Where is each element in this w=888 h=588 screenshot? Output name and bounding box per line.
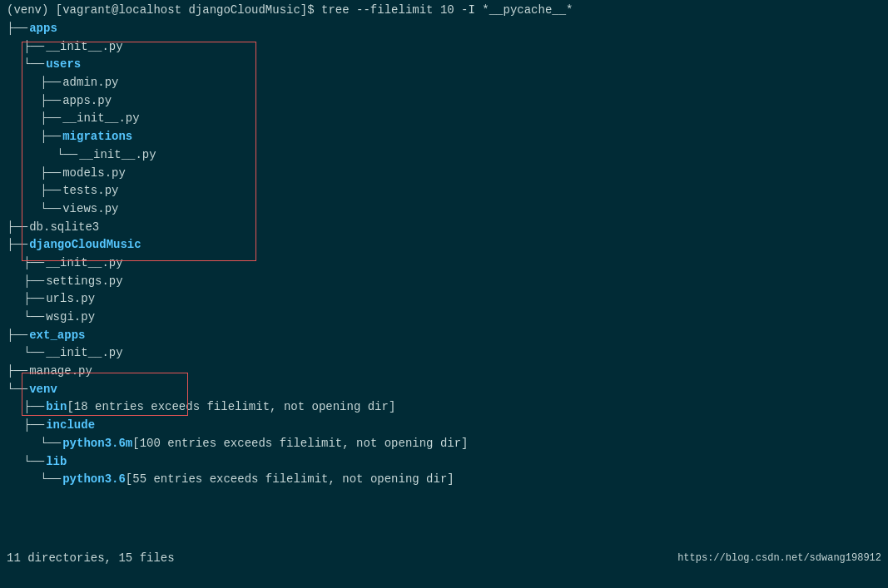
- file-init5: __init__.py: [46, 344, 122, 363]
- tree-connector: └──: [40, 435, 61, 453]
- tree-connector: └──: [40, 471, 61, 489]
- tree-row: ├── include: [7, 417, 881, 435]
- terminal: (venv) [vagrant@localhost djangoCloudMus…: [0, 0, 888, 588]
- file-urls: urls.py: [46, 290, 95, 309]
- dir-extapps: ext_apps: [29, 327, 85, 345]
- dir-python36m: python3.6m: [62, 435, 132, 453]
- footer-stats: 11 directories, 15 files: [7, 551, 175, 565]
- prompt-line: (venv) [vagrant@localhost djangoCloudMus…: [0, 0, 888, 18]
- tree-connector: ├──: [7, 327, 27, 345]
- tree-row: └── wsgi.py: [7, 309, 881, 327]
- file-wsgi: wsgi.py: [46, 309, 95, 327]
- tree-row: ├── apps: [7, 20, 881, 38]
- highlight-apps-box: [22, 42, 256, 261]
- tree-row: └── lib: [7, 453, 881, 472]
- tree-connector: └──: [23, 344, 44, 363]
- tree-connector: ├──: [23, 417, 44, 435]
- prompt-text: (venv) [vagrant@localhost djangoCloudMus…: [7, 3, 321, 17]
- dir-python36: python3.6: [62, 471, 126, 489]
- dir-apps: apps: [29, 20, 57, 38]
- python36-note: [55 entries exceeds filelimit, not openi…: [126, 471, 454, 489]
- dir-include: include: [46, 417, 95, 435]
- footer: 11 directories, 15 files https://blog.cs…: [7, 551, 881, 565]
- tree-connector: ├──: [7, 20, 27, 38]
- tree-connector: ├──: [23, 290, 44, 309]
- tree-row: ├── settings.py: [7, 273, 881, 291]
- file-settings: settings.py: [46, 273, 122, 291]
- python36m-note: [100 entries exceeds filelimit, not open…: [132, 435, 468, 453]
- dir-lib: lib: [46, 453, 67, 472]
- tree-row: ├── ext_apps: [7, 327, 881, 345]
- tree-row: ├── urls.py: [7, 290, 881, 309]
- highlight-extapps-box: [22, 373, 188, 416]
- tree-connector: └──: [23, 453, 44, 472]
- command-text: tree --filelimit 10 -I *__pycache__*: [321, 3, 573, 17]
- tree-connector: ├──: [23, 273, 44, 291]
- tree-connector: └──: [23, 309, 44, 327]
- footer-url: https://blog.csdn.net/sdwang198912: [677, 552, 881, 564]
- tree-row: └── python3.6 [55 entries exceeds fileli…: [7, 471, 881, 489]
- tree-row: └── __init__.py: [7, 344, 881, 363]
- tree-row: └── python3.6m [100 entries exceeds file…: [7, 435, 881, 453]
